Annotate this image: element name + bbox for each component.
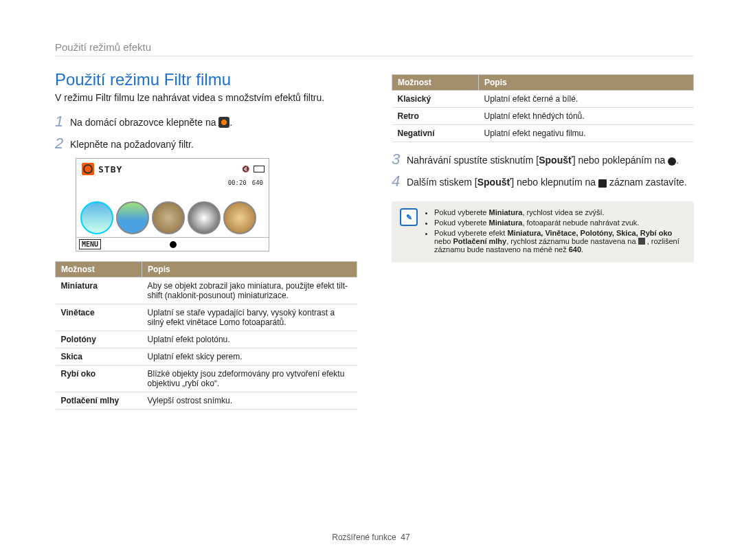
table-row: KlasickýUplatní efekt černé a bílé. (392, 91, 694, 108)
framerate-icon (638, 238, 645, 245)
step-1: 1 Na domácí obrazovce klepněte na . (55, 114, 357, 129)
shutter-label: Spoušť (539, 155, 573, 166)
table-row: Potlačení mlhyVylepší ostrost snímku. (56, 392, 357, 410)
filter-thumb-selected[interactable] (80, 201, 113, 234)
note-item: Pokud vyberete efekt Miniatura, Vinětace… (434, 229, 686, 254)
step-number: 2 (55, 136, 70, 151)
table-header-option: Možnost (392, 75, 479, 91)
filter-thumb[interactable] (152, 201, 185, 234)
stby-label: STBY (98, 164, 122, 175)
table-header-option: Možnost (56, 262, 142, 278)
page-footer: Rozšířené funkce 47 (0, 533, 742, 542)
mic-off-icon: 🔇 (242, 166, 249, 172)
page-title: Použití režimu Filtr filmu (55, 70, 357, 89)
step-number: 1 (55, 114, 70, 129)
step-4: 4 Dalším stiskem [Spoušť] nebo klepnutím… (392, 174, 694, 189)
filter-thumb[interactable] (188, 201, 221, 234)
camera-preview: STBY 🔇 00:20 640 (76, 158, 269, 251)
step-2: 2 Klepněte na požadovaný filtr. (55, 136, 357, 151)
intro-text: V režimu Filtr filmu lze nahrávat videa … (55, 92, 357, 103)
note-box: ✎ Pokud vyberete Miniatura, rychlost vid… (392, 201, 694, 262)
step-3: 3 Nahrávání spustíte stisknutím [Spoušť]… (392, 152, 694, 167)
step-number: 3 (392, 152, 407, 167)
table-row: Rybí okoBlízké objekty jsou zdeformovány… (56, 366, 357, 392)
filter-thumb[interactable] (223, 201, 256, 234)
table-row: VinětaceUplatní se staře vypadající barv… (56, 304, 357, 331)
mode-icon (80, 161, 95, 177)
step-number: 4 (392, 174, 407, 189)
movie-filter-mode-icon (218, 117, 229, 128)
step-text: Dalším stiskem [ (407, 177, 477, 188)
timer-label: 00:20 (228, 179, 247, 186)
left-column: Použití režimu Filtr filmu V režimu Filt… (55, 70, 357, 410)
table-row: PolotónyUplatní efekt polotónu. (56, 331, 357, 348)
right-column: Možnost Popis KlasickýUplatní efekt čern… (392, 70, 694, 410)
table-row: MiniaturaAby se objekt zobrazil jako min… (56, 278, 357, 304)
options-table-right: Možnost Popis KlasickýUplatní efekt čern… (392, 74, 694, 142)
table-row: SkicaUplatní efekt skicy perem. (56, 348, 357, 366)
table-header-desc: Popis (479, 75, 694, 91)
step-text: Nahrávání spustíte stisknutím [ (407, 155, 539, 166)
table-row: RetroUplatní efekt hnědých tónů. (392, 108, 694, 125)
shutter-label: Spoušť (477, 177, 512, 188)
menu-button[interactable]: MENU (79, 239, 101, 249)
options-table-left: Možnost Popis MiniaturaAby se objekt zob… (55, 261, 357, 410)
note-item: Pokud vyberete Miniatura, rychlost videa… (434, 208, 686, 216)
note-item: Pokud vyberete Miniatura, fotoaparát neb… (434, 219, 686, 227)
step-text: Klepněte na požadovaný filtr. (70, 136, 194, 151)
battery-icon (254, 166, 265, 172)
stop-square-icon (598, 179, 607, 188)
filter-thumb[interactable] (116, 201, 149, 234)
record-button-icon[interactable] (170, 241, 177, 248)
resolution-label: 640 (252, 179, 263, 186)
record-dot-icon (668, 157, 676, 166)
step-text: Na domácí obrazovce klepněte na (70, 117, 218, 128)
note-icon: ✎ (400, 208, 418, 226)
breadcrumb: Použití režimů efektu (55, 41, 694, 56)
table-header-desc: Popis (142, 262, 357, 278)
table-row: NegativníUplatní efekt negativu filmu. (392, 125, 694, 142)
